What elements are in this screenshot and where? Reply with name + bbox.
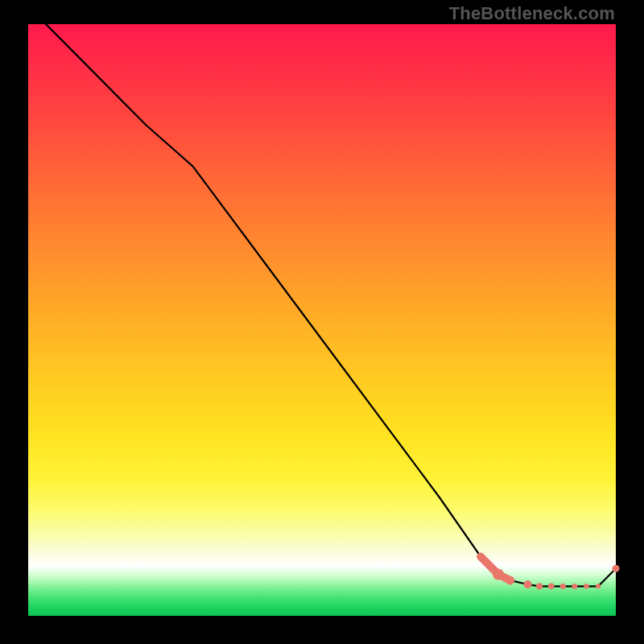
data-marker	[572, 584, 578, 589]
data-marker	[506, 576, 514, 584]
data-marker	[493, 569, 504, 580]
data-marker	[536, 583, 543, 589]
data-marker	[548, 584, 555, 590]
data-marker	[584, 584, 588, 588]
data-marker	[560, 584, 566, 589]
data-marker	[524, 580, 532, 588]
chart-frame: TheBottleneck.com	[0, 0, 644, 644]
data-marker	[596, 584, 601, 588]
chart-overlay	[28, 24, 616, 616]
curve-line	[28, 6, 616, 586]
data-marker	[613, 565, 620, 572]
watermark-text: TheBottleneck.com	[449, 3, 615, 24]
